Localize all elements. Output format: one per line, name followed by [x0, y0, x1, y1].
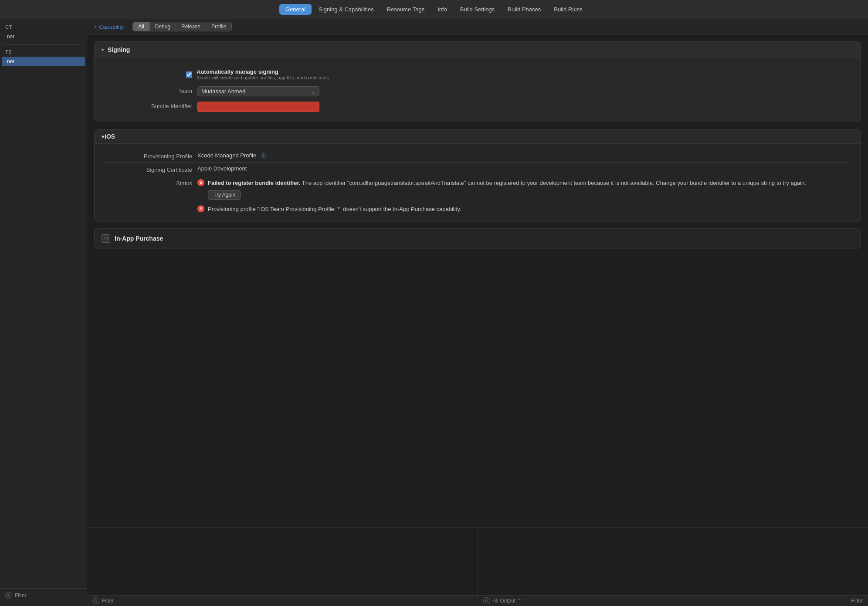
status-label: Status — [105, 179, 192, 187]
filter-icon: ⊙ — [5, 592, 12, 599]
bottom-panel-right: ⊙ All Output ⌃ Filter — [478, 528, 868, 606]
status-error-2-text: Provisioning profile "iOS Team Provision… — [208, 205, 461, 214]
status-error-1-text: Failed to register bundle identifier. Th… — [208, 179, 806, 200]
filter-label: Filter — [15, 592, 27, 599]
scroll-content: ▾ Signing Automatically manage signing X… — [87, 34, 868, 528]
error-icon-2: ✕ — [197, 205, 204, 212]
bundle-identifier-label: Bundle Identifier — [105, 102, 192, 109]
provisioning-profile-label: Provisioning Profile — [105, 152, 192, 160]
ios-chevron-icon: ▾ — [102, 133, 105, 140]
status-error-2: ✕ Provisioning profile "iOS Team Provisi… — [197, 205, 850, 214]
left-filter-icon: ⊙ — [92, 597, 99, 604]
all-output-label[interactable]: All Output ⌃ — [493, 598, 522, 604]
bottom-panel-right-content — [478, 528, 868, 595]
bundle-identifier-value — [197, 102, 850, 112]
status-error-1-bold: Failed to register bundle identifier. — [208, 180, 300, 186]
sidebar-divider — [3, 44, 83, 45]
tab-info[interactable]: Info — [431, 4, 453, 15]
provisioning-profile-row: Provisioning Profile Xcode Managed Profi… — [95, 149, 861, 162]
signing-certificate-row: Signing Certificate Apple Development — [95, 163, 861, 176]
segment-profile[interactable]: Profile — [206, 22, 231, 31]
segment-all[interactable]: All — [133, 22, 149, 31]
bundle-identifier-input[interactable] — [197, 102, 319, 112]
tab-build-phases[interactable]: Build Phases — [502, 4, 547, 15]
iap-icon: ☐ — [102, 234, 110, 243]
sidebar-filter-area: ⊙ Filter — [0, 588, 87, 603]
status-value: ✕ Failed to register bundle identifier. … — [197, 179, 850, 218]
content-area: + Capability All Debug Release Profile ▾… — [87, 19, 868, 606]
ios-section-header[interactable]: ▾ iOS — [95, 129, 861, 144]
tab-build-rules[interactable]: Build Rules — [548, 4, 589, 15]
provisioning-profile-value: Xcode Managed Profile ⓘ — [197, 152, 850, 160]
tab-general[interactable]: General — [279, 4, 312, 15]
team-select-wrapper: Mudassar Ahmed — [197, 86, 319, 96]
add-capability-button[interactable]: + Capability — [94, 24, 124, 30]
segment-release[interactable]: Release — [176, 22, 206, 31]
signing-chevron-icon: ▾ — [102, 47, 104, 53]
team-select[interactable]: Mudassar Ahmed — [197, 86, 319, 96]
right-filter-label[interactable]: Filter — [851, 598, 863, 604]
in-app-purchase-section: ☐ In-App Purchase — [94, 228, 861, 249]
sidebar-project-item[interactable]: ner — [2, 32, 85, 41]
auto-manage-signing-sublabel: Xcode will create and update profiles, a… — [197, 75, 330, 80]
auto-manage-signing-labels: Automatically manage signing Xcode will … — [197, 68, 330, 80]
signing-certificate-label: Signing Certificate — [105, 165, 192, 173]
try-again-button[interactable]: Try Again — [208, 190, 241, 200]
bundle-identifier-row: Bundle Identifier — [95, 99, 861, 115]
auto-manage-signing-checkbox[interactable] — [186, 71, 192, 78]
bottom-panel-right-footer: ⊙ All Output ⌃ Filter — [478, 595, 868, 606]
error-icon-1: ✕ — [197, 179, 204, 186]
right-filter-icon: ⊙ — [483, 597, 490, 604]
team-label: Team — [105, 86, 192, 94]
signing-section-header[interactable]: ▾ Signing — [95, 42, 861, 58]
signing-section: ▾ Signing Automatically manage signing X… — [94, 41, 861, 122]
project-section-label: CT — [0, 23, 87, 31]
sidebar: CT ner TS ner ⊙ Filter — [0, 19, 87, 606]
status-row: Status ✕ Failed to register bundle ident… — [95, 176, 861, 221]
in-app-purchase-label: In-App Purchase — [115, 235, 163, 242]
signing-section-title: Signing — [108, 46, 130, 53]
sidebar-target-item[interactable]: ner — [2, 57, 85, 66]
targets-section-label: TS — [0, 48, 87, 56]
signing-section-body: Automatically manage signing Xcode will … — [95, 58, 861, 122]
sub-tab-bar: + Capability All Debug Release Profile — [87, 19, 868, 34]
tab-signing-capabilities[interactable]: Signing & Capabilities — [312, 4, 380, 15]
team-value: Mudassar Ahmed — [197, 86, 850, 96]
provisioning-profile-text: Xcode Managed Profile — [197, 152, 256, 159]
tab-resource-tags[interactable]: Resource Tags — [381, 4, 431, 15]
auto-manage-signing-row: Automatically manage signing Xcode will … — [95, 65, 861, 84]
signing-certificate-value: Apple Development — [197, 165, 850, 172]
status-error-1-rest: The app identifier "com.alllanguagetrans… — [302, 180, 806, 186]
bottom-area: ⊙ Filter ⊙ All Output ⌃ Filter — [87, 528, 868, 606]
top-tab-bar: General Signing & Capabilities Resource … — [0, 0, 868, 19]
bottom-panel-left: ⊙ Filter — [87, 528, 478, 606]
bottom-panel-left-footer: ⊙ Filter — [87, 595, 478, 606]
left-filter-label[interactable]: Filter — [102, 598, 114, 604]
team-row: Team Mudassar Ahmed — [95, 84, 861, 99]
auto-manage-signing-label: Automatically manage signing — [197, 68, 330, 75]
main-layout: CT ner TS ner ⊙ Filter + Capability All … — [0, 19, 868, 606]
status-error-1: ✕ Failed to register bundle identifier. … — [197, 179, 850, 200]
ios-section-title: iOS — [105, 133, 115, 140]
ios-section: ▾ iOS Provisioning Profile Xcode Managed… — [94, 129, 861, 221]
bottom-panel-left-content — [87, 528, 478, 595]
configuration-segment-group: All Debug Release Profile — [132, 22, 232, 31]
segment-debug[interactable]: Debug — [150, 22, 176, 31]
tab-build-settings[interactable]: Build Settings — [454, 4, 501, 15]
provisioning-profile-info-icon[interactable]: ⓘ — [261, 152, 266, 159]
